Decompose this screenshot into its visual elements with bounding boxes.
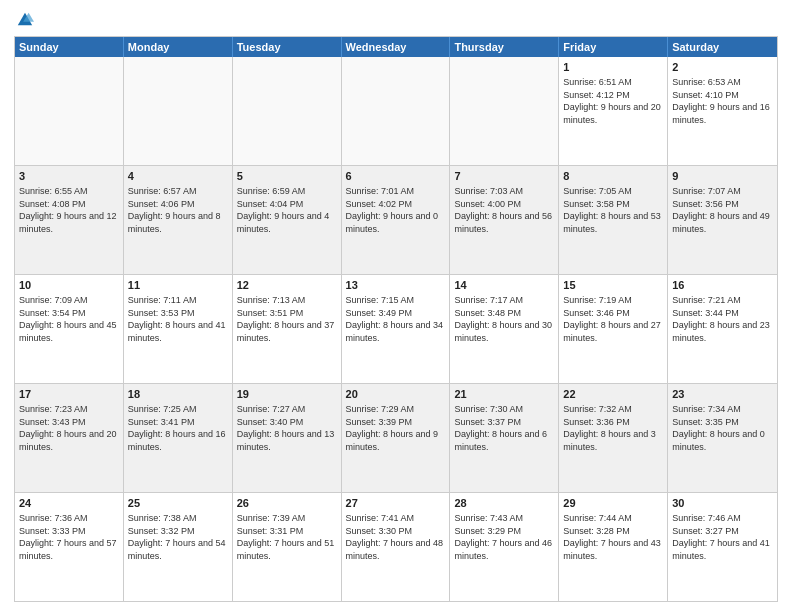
logo <box>14 10 34 28</box>
header-day-monday: Monday <box>124 37 233 57</box>
cal-cell-22: 22Sunrise: 7:32 AM Sunset: 3:36 PM Dayli… <box>559 384 668 492</box>
cell-text: Sunrise: 7:13 AM Sunset: 3:51 PM Dayligh… <box>237 295 335 343</box>
cell-text: Sunrise: 7:27 AM Sunset: 3:40 PM Dayligh… <box>237 404 335 452</box>
cal-cell-18: 18Sunrise: 7:25 AM Sunset: 3:41 PM Dayli… <box>124 384 233 492</box>
cal-cell-27: 27Sunrise: 7:41 AM Sunset: 3:30 PM Dayli… <box>342 493 451 601</box>
cell-text: Sunrise: 7:05 AM Sunset: 3:58 PM Dayligh… <box>563 186 661 234</box>
day-number: 7 <box>454 169 554 184</box>
cell-text: Sunrise: 7:38 AM Sunset: 3:32 PM Dayligh… <box>128 513 226 561</box>
day-number: 27 <box>346 496 446 511</box>
header-day-wednesday: Wednesday <box>342 37 451 57</box>
day-number: 9 <box>672 169 773 184</box>
header <box>14 10 778 28</box>
day-number: 28 <box>454 496 554 511</box>
cell-text: Sunrise: 7:11 AM Sunset: 3:53 PM Dayligh… <box>128 295 226 343</box>
logo-icon <box>16 10 34 28</box>
cal-cell-28: 28Sunrise: 7:43 AM Sunset: 3:29 PM Dayli… <box>450 493 559 601</box>
cell-text: Sunrise: 7:25 AM Sunset: 3:41 PM Dayligh… <box>128 404 226 452</box>
header-day-tuesday: Tuesday <box>233 37 342 57</box>
cell-text: Sunrise: 7:43 AM Sunset: 3:29 PM Dayligh… <box>454 513 552 561</box>
cell-text: Sunrise: 7:44 AM Sunset: 3:28 PM Dayligh… <box>563 513 661 561</box>
week-row-4: 24Sunrise: 7:36 AM Sunset: 3:33 PM Dayli… <box>15 493 777 601</box>
cal-cell-3: 3Sunrise: 6:55 AM Sunset: 4:08 PM Daylig… <box>15 166 124 274</box>
day-number: 13 <box>346 278 446 293</box>
day-number: 1 <box>563 60 663 75</box>
page: SundayMondayTuesdayWednesdayThursdayFrid… <box>0 0 792 612</box>
day-number: 3 <box>19 169 119 184</box>
cal-cell-7: 7Sunrise: 7:03 AM Sunset: 4:00 PM Daylig… <box>450 166 559 274</box>
day-number: 23 <box>672 387 773 402</box>
day-number: 5 <box>237 169 337 184</box>
header-day-thursday: Thursday <box>450 37 559 57</box>
week-row-3: 17Sunrise: 7:23 AM Sunset: 3:43 PM Dayli… <box>15 384 777 493</box>
cell-text: Sunrise: 7:36 AM Sunset: 3:33 PM Dayligh… <box>19 513 117 561</box>
day-number: 18 <box>128 387 228 402</box>
week-row-2: 10Sunrise: 7:09 AM Sunset: 3:54 PM Dayli… <box>15 275 777 384</box>
cal-cell-19: 19Sunrise: 7:27 AM Sunset: 3:40 PM Dayli… <box>233 384 342 492</box>
cal-cell-empty <box>342 57 451 165</box>
cal-cell-empty <box>15 57 124 165</box>
day-number: 24 <box>19 496 119 511</box>
cal-cell-empty <box>233 57 342 165</box>
day-number: 21 <box>454 387 554 402</box>
day-number: 17 <box>19 387 119 402</box>
cell-text: Sunrise: 6:55 AM Sunset: 4:08 PM Dayligh… <box>19 186 117 234</box>
cell-text: Sunrise: 7:19 AM Sunset: 3:46 PM Dayligh… <box>563 295 661 343</box>
header-day-saturday: Saturday <box>668 37 777 57</box>
cell-text: Sunrise: 7:30 AM Sunset: 3:37 PM Dayligh… <box>454 404 547 452</box>
cal-cell-24: 24Sunrise: 7:36 AM Sunset: 3:33 PM Dayli… <box>15 493 124 601</box>
cal-cell-23: 23Sunrise: 7:34 AM Sunset: 3:35 PM Dayli… <box>668 384 777 492</box>
day-number: 10 <box>19 278 119 293</box>
day-number: 12 <box>237 278 337 293</box>
cal-cell-13: 13Sunrise: 7:15 AM Sunset: 3:49 PM Dayli… <box>342 275 451 383</box>
cal-cell-16: 16Sunrise: 7:21 AM Sunset: 3:44 PM Dayli… <box>668 275 777 383</box>
cell-text: Sunrise: 7:15 AM Sunset: 3:49 PM Dayligh… <box>346 295 444 343</box>
cell-text: Sunrise: 6:57 AM Sunset: 4:06 PM Dayligh… <box>128 186 221 234</box>
day-number: 29 <box>563 496 663 511</box>
day-number: 25 <box>128 496 228 511</box>
cal-cell-30: 30Sunrise: 7:46 AM Sunset: 3:27 PM Dayli… <box>668 493 777 601</box>
cal-cell-6: 6Sunrise: 7:01 AM Sunset: 4:02 PM Daylig… <box>342 166 451 274</box>
calendar-body: 1Sunrise: 6:51 AM Sunset: 4:12 PM Daylig… <box>15 57 777 601</box>
header-day-friday: Friday <box>559 37 668 57</box>
cal-cell-8: 8Sunrise: 7:05 AM Sunset: 3:58 PM Daylig… <box>559 166 668 274</box>
cal-cell-11: 11Sunrise: 7:11 AM Sunset: 3:53 PM Dayli… <box>124 275 233 383</box>
calendar: SundayMondayTuesdayWednesdayThursdayFrid… <box>14 36 778 602</box>
day-number: 19 <box>237 387 337 402</box>
cell-text: Sunrise: 6:51 AM Sunset: 4:12 PM Dayligh… <box>563 77 661 125</box>
cal-cell-29: 29Sunrise: 7:44 AM Sunset: 3:28 PM Dayli… <box>559 493 668 601</box>
header-day-sunday: Sunday <box>15 37 124 57</box>
day-number: 30 <box>672 496 773 511</box>
day-number: 20 <box>346 387 446 402</box>
cell-text: Sunrise: 7:41 AM Sunset: 3:30 PM Dayligh… <box>346 513 444 561</box>
cell-text: Sunrise: 7:17 AM Sunset: 3:48 PM Dayligh… <box>454 295 552 343</box>
cal-cell-1: 1Sunrise: 6:51 AM Sunset: 4:12 PM Daylig… <box>559 57 668 165</box>
cal-cell-10: 10Sunrise: 7:09 AM Sunset: 3:54 PM Dayli… <box>15 275 124 383</box>
day-number: 2 <box>672 60 773 75</box>
day-number: 4 <box>128 169 228 184</box>
cell-text: Sunrise: 7:21 AM Sunset: 3:44 PM Dayligh… <box>672 295 770 343</box>
cal-cell-25: 25Sunrise: 7:38 AM Sunset: 3:32 PM Dayli… <box>124 493 233 601</box>
cal-cell-15: 15Sunrise: 7:19 AM Sunset: 3:46 PM Dayli… <box>559 275 668 383</box>
cal-cell-9: 9Sunrise: 7:07 AM Sunset: 3:56 PM Daylig… <box>668 166 777 274</box>
day-number: 15 <box>563 278 663 293</box>
cal-cell-empty <box>450 57 559 165</box>
week-row-1: 3Sunrise: 6:55 AM Sunset: 4:08 PM Daylig… <box>15 166 777 275</box>
cell-text: Sunrise: 7:29 AM Sunset: 3:39 PM Dayligh… <box>346 404 439 452</box>
cell-text: Sunrise: 7:23 AM Sunset: 3:43 PM Dayligh… <box>19 404 117 452</box>
cal-cell-20: 20Sunrise: 7:29 AM Sunset: 3:39 PM Dayli… <box>342 384 451 492</box>
week-row-0: 1Sunrise: 6:51 AM Sunset: 4:12 PM Daylig… <box>15 57 777 166</box>
day-number: 8 <box>563 169 663 184</box>
day-number: 22 <box>563 387 663 402</box>
cal-cell-21: 21Sunrise: 7:30 AM Sunset: 3:37 PM Dayli… <box>450 384 559 492</box>
day-number: 14 <box>454 278 554 293</box>
cell-text: Sunrise: 7:03 AM Sunset: 4:00 PM Dayligh… <box>454 186 552 234</box>
day-number: 26 <box>237 496 337 511</box>
cell-text: Sunrise: 7:46 AM Sunset: 3:27 PM Dayligh… <box>672 513 770 561</box>
cal-cell-26: 26Sunrise: 7:39 AM Sunset: 3:31 PM Dayli… <box>233 493 342 601</box>
cal-cell-17: 17Sunrise: 7:23 AM Sunset: 3:43 PM Dayli… <box>15 384 124 492</box>
cal-cell-empty <box>124 57 233 165</box>
cal-cell-14: 14Sunrise: 7:17 AM Sunset: 3:48 PM Dayli… <box>450 275 559 383</box>
day-number: 6 <box>346 169 446 184</box>
cal-cell-5: 5Sunrise: 6:59 AM Sunset: 4:04 PM Daylig… <box>233 166 342 274</box>
